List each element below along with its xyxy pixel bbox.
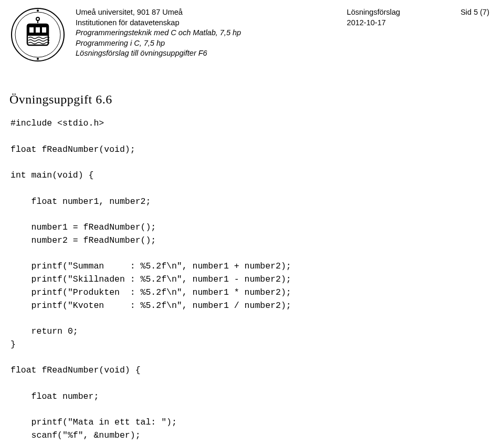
code-line: number2 = fReadNumber(); — [10, 235, 156, 245]
code-line: return 0; — [10, 326, 78, 336]
code-line: float number; — [10, 391, 99, 401]
code-line: printf("Summan : %5.2f\n", number1 + num… — [10, 261, 291, 271]
code-block: #include <stdio.h> float fReadNumber(voi… — [10, 117, 489, 444]
page-container: U M E Å Umeå universitet, 901 87 Umeå — [0, 0, 504, 444]
code-line: printf("Kvoten : %5.2f\n", number1 / num… — [10, 301, 291, 311]
svg-rect-9 — [42, 27, 46, 33]
doc-date: 2012-10-17 — [347, 18, 489, 28]
doc-type-label: Lösningsförslag — [347, 7, 401, 18]
code-line: scanf("%f", &number); — [10, 430, 141, 440]
svg-point-3 — [37, 58, 39, 60]
svg-point-11 — [36, 17, 39, 20]
code-line: int main(void) { — [10, 170, 93, 180]
code-line: printf("Produkten : %5.2f\n", number1 * … — [10, 287, 291, 297]
code-line: number1 = fReadNumber(); — [10, 222, 156, 232]
university-info-block: Umeå universitet, 901 87 Umeå Institutio… — [76, 7, 241, 59]
course-line-2: Programmering i C, 7,5 hp — [76, 38, 241, 49]
svg-point-2 — [37, 9, 39, 12]
code-line: printf("Skillnaden : %5.2f\n", number1 -… — [10, 274, 291, 284]
code-line: float number1, number2; — [10, 197, 151, 206]
department-name: Institutionen för datavetenskap — [76, 18, 241, 28]
svg-text:U M E Å: U M E Å — [9, 6, 25, 7]
code-line: float fReadNumber(void) { — [10, 365, 141, 375]
svg-rect-7 — [29, 27, 34, 33]
svg-rect-8 — [36, 27, 40, 33]
code-line: float fReadNumber(void); — [10, 144, 135, 154]
code-line: } — [10, 339, 16, 349]
course-line-1: Programmeringsteknik med C och Matlab, 7… — [76, 28, 241, 38]
page-number: Sid 5 (7) — [460, 7, 489, 18]
page-header: U M E Å Umeå universitet, 901 87 Umeå — [9, 7, 489, 63]
exercise-heading: Övningsuppgift 6.6 — [9, 92, 489, 107]
university-logo: U M E Å — [9, 6, 66, 63]
code-line: printf("Mata in ett tal: "); — [10, 417, 177, 427]
code-line: #include <stdio.h> — [10, 118, 104, 128]
umea-logo-icon: U M E Å — [9, 6, 66, 63]
university-address: Umeå universitet, 901 87 Umeå — [76, 7, 241, 18]
header-right-block: Lösningsförslag Sid 5 (7) 2012-10-17 — [347, 7, 489, 28]
doc-subtitle: Lösningsförslag till övningsuppgifter F6 — [76, 48, 241, 59]
